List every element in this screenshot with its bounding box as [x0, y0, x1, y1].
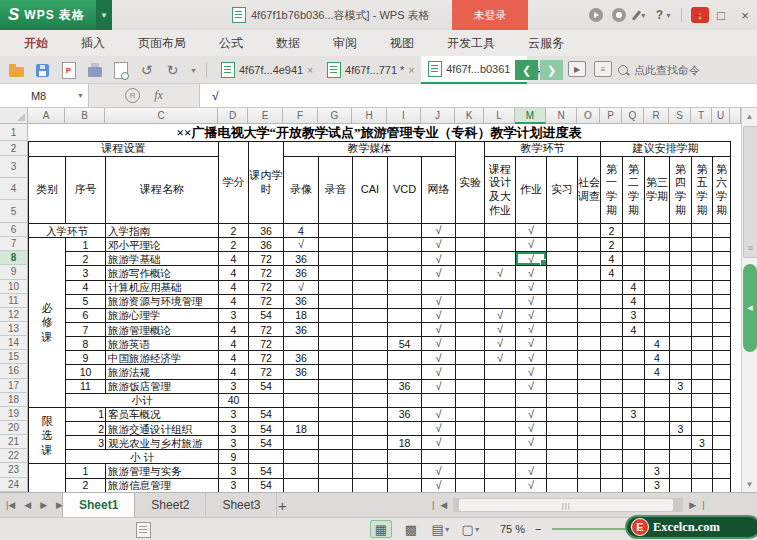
cell-survey[interactable] [578, 379, 601, 393]
cell-survey[interactable] [578, 252, 601, 266]
column-header-J[interactable]: J [421, 108, 455, 124]
cell-exp[interactable] [456, 252, 485, 266]
cell-audio[interactable] [319, 238, 353, 252]
cell-s4[interactable] [670, 436, 692, 450]
cell-s5[interactable] [692, 294, 713, 308]
cell-survey[interactable] [578, 351, 601, 365]
row-header-18[interactable]: 18 [0, 393, 28, 407]
row-header-20[interactable]: 20 [0, 421, 28, 435]
cell-cai[interactable] [353, 351, 388, 365]
course-hours[interactable]: 54 [249, 407, 284, 421]
cell-intern[interactable] [547, 238, 578, 252]
category-cell[interactable] [29, 464, 66, 492]
course-credit[interactable]: 4 [219, 294, 249, 308]
cell-intern[interactable] [547, 337, 578, 351]
cell-design[interactable] [485, 436, 516, 450]
column-header-I[interactable]: I [387, 108, 421, 124]
column-headers[interactable]: ABCDEFGHIJKLMNOPQRSTU [28, 108, 741, 124]
scroll-down-icon[interactable]: ▼ [742, 476, 757, 492]
column-header-T[interactable]: T [691, 108, 712, 124]
course-hours[interactable]: 54 [249, 308, 284, 322]
cell[interactable] [319, 450, 353, 464]
cell-vcd[interactable] [388, 224, 422, 238]
cell-work[interactable]: √ [516, 337, 547, 351]
cell-s2[interactable] [623, 238, 645, 252]
tab-page-layout[interactable]: 页面布局 [138, 35, 186, 52]
cell[interactable] [692, 393, 713, 407]
cell-s6[interactable] [713, 407, 731, 421]
subtotal-label[interactable]: 小 计 [66, 450, 219, 464]
course-credit[interactable]: 3 [219, 407, 249, 421]
cell-survey[interactable] [578, 436, 601, 450]
cell-cai[interactable] [353, 266, 388, 280]
cell[interactable] [284, 393, 319, 407]
cell-s2[interactable] [623, 224, 645, 238]
header-hours[interactable]: 课内学时 [249, 142, 284, 224]
cell-survey[interactable] [578, 407, 601, 421]
cell-s6[interactable] [713, 379, 731, 393]
cell-design[interactable]: √ [485, 337, 516, 351]
cell-s1[interactable] [601, 322, 623, 336]
cell-exp[interactable] [456, 478, 485, 492]
row-header-7[interactable]: 7 [0, 237, 28, 251]
cell-audio[interactable] [319, 294, 353, 308]
cell-s5[interactable] [692, 379, 713, 393]
cell-exp[interactable] [456, 421, 485, 435]
cell[interactable] [547, 450, 578, 464]
cell-s4[interactable]: 3 [670, 379, 692, 393]
cell-cai[interactable] [353, 478, 388, 492]
row-header-17[interactable]: 17 [0, 379, 28, 393]
cell-intern[interactable] [547, 436, 578, 450]
cell-s5[interactable] [692, 224, 713, 238]
course-credit[interactable]: 4 [219, 252, 249, 266]
cell-vcd[interactable] [388, 238, 422, 252]
maximize-button[interactable]: □ [709, 8, 733, 23]
course-name[interactable]: 旅游心理学 [106, 308, 219, 322]
course-name[interactable]: 旅游管理概论 [106, 322, 219, 336]
cell-work[interactable]: √ [516, 365, 547, 379]
cell-s1[interactable] [601, 294, 623, 308]
cell[interactable] [547, 393, 578, 407]
course-hours[interactable]: 36 [249, 238, 284, 252]
course-no[interactable]: 8 [66, 337, 106, 351]
cell-survey[interactable] [578, 224, 601, 238]
cell-design[interactable] [485, 294, 516, 308]
hscroll-right-icon[interactable]: ▶ [689, 500, 696, 510]
cell[interactable] [485, 450, 516, 464]
course-no[interactable]: 6 [66, 308, 106, 322]
cell-exp[interactable] [456, 436, 485, 450]
header-credit[interactable]: 学分 [219, 142, 249, 224]
cell-video[interactable]: 36 [284, 365, 319, 379]
column-header-A[interactable]: A [28, 108, 65, 124]
cell-intern[interactable] [547, 322, 578, 336]
course-credit[interactable]: 4 [219, 280, 249, 294]
cell[interactable] [319, 393, 353, 407]
cell-s2[interactable] [623, 252, 645, 266]
row-header-13[interactable]: 13 [0, 322, 28, 336]
course-no[interactable]: 1 [66, 238, 106, 252]
cell-vcd[interactable] [388, 322, 422, 336]
cell-audio[interactable] [319, 224, 353, 238]
cell-s2[interactable]: 3 [623, 407, 645, 421]
cell-audio[interactable] [319, 337, 353, 351]
first-sheet-icon[interactable]: |◀ [6, 500, 15, 510]
cell-intern[interactable] [547, 365, 578, 379]
cell-vcd[interactable] [388, 280, 422, 294]
cell-s1[interactable] [601, 478, 623, 492]
course-name[interactable]: 旅游写作概论 [106, 266, 219, 280]
cell-design[interactable] [485, 280, 516, 294]
cell-s6[interactable] [713, 280, 731, 294]
course-hours[interactable]: 72 [249, 294, 284, 308]
header-audio[interactable]: 录音 [319, 157, 353, 224]
cell[interactable] [623, 393, 645, 407]
column-header-G[interactable]: G [318, 108, 352, 124]
cell-s3[interactable]: 4 [645, 337, 670, 351]
view-pagebreak-icon[interactable]: ▩ [400, 520, 422, 538]
symbol-icon[interactable]: R [125, 88, 140, 103]
cell-video[interactable]: 18 [284, 421, 319, 435]
print-icon[interactable] [86, 62, 103, 79]
course-name[interactable]: 邓小平理论 [106, 238, 219, 252]
cell-vcd[interactable]: 36 [388, 407, 422, 421]
cell-s2[interactable] [623, 478, 645, 492]
cell[interactable] [485, 393, 516, 407]
